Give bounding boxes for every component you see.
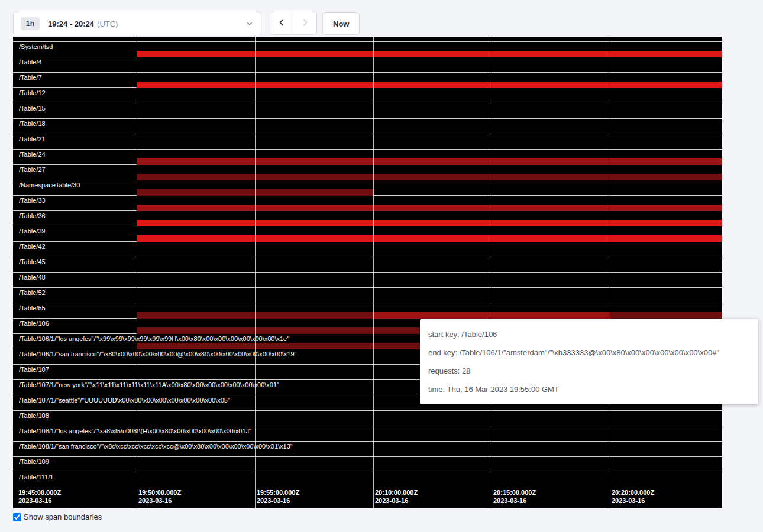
chevron-down-icon — [245, 20, 254, 28]
heat-cell[interactable] — [610, 174, 722, 180]
span-label: /Table/33 — [19, 197, 46, 204]
x-axis-label: 19:55:00.000Z 2023-03-16 — [257, 488, 299, 505]
heat-cell[interactable] — [255, 312, 373, 319]
span-label: /Table/39 — [19, 228, 46, 235]
span-label: /Table/108/1/"los angeles"/"\xa8\xf5\u00… — [19, 427, 251, 434]
time-range-selector[interactable]: 1h 19:24 - 20:24 (UTC) — [13, 12, 261, 35]
span-label: /Table/4 — [19, 59, 42, 66]
previous-interval-button[interactable] — [270, 12, 293, 35]
span-row: /NamespaceTable/30 — [13, 180, 722, 195]
span-label: /Table/107/1/"seattle"/"UUUUUUD\x00\x80\… — [19, 397, 230, 404]
key-visualizer-canvas[interactable]: /System/tsd/Table/4/Table/7/Table/12/Tab… — [13, 37, 722, 508]
span-label: /Table/48 — [19, 274, 46, 281]
time-nav-group — [270, 12, 317, 35]
next-interval-button[interactable] — [293, 12, 317, 35]
span-label: /Table/107/1/"new york"/"\x11\x11\x11\x1… — [19, 381, 279, 388]
heat-cell[interactable] — [137, 312, 255, 319]
span-label: /Table/24 — [19, 151, 46, 158]
span-row: /Table/109 — [13, 456, 722, 472]
x-axis-label: 19:50:00.000Z 2023-03-16 — [138, 488, 181, 505]
heat-cell[interactable] — [373, 51, 492, 57]
heat-cell[interactable] — [492, 51, 610, 57]
canvas-options: Show span boundaries — [13, 512, 102, 521]
show-span-boundaries-checkbox[interactable] — [13, 513, 21, 521]
heat-cell[interactable] — [492, 220, 610, 226]
span-row: /Table/21 — [13, 134, 722, 149]
heat-cell[interactable] — [137, 51, 255, 57]
heat-cell[interactable] — [492, 174, 610, 180]
heat-cell[interactable] — [255, 205, 373, 211]
heat-cell[interactable] — [255, 220, 373, 226]
heat-cell[interactable] — [610, 235, 722, 242]
heat-cell[interactable] — [255, 343, 373, 349]
heat-cell[interactable] — [373, 312, 492, 319]
span-row: /Table/111/1 — [13, 472, 722, 487]
show-span-boundaries-label: Show span boundaries — [24, 512, 102, 521]
heat-cell[interactable] — [137, 189, 255, 196]
heat-cell[interactable] — [610, 158, 722, 165]
heat-cell[interactable] — [492, 205, 610, 211]
span-row: /Table/42 — [13, 241, 722, 257]
heat-cell[interactable] — [137, 82, 255, 88]
x-axis-label: 20:20:00.000Z 2023-03-16 — [612, 488, 654, 505]
span-label: /Table/108 — [19, 412, 49, 419]
heat-cell[interactable] — [255, 82, 373, 88]
span-row: /Table/33 — [13, 195, 722, 210]
span-label: /System/tsd — [19, 43, 53, 50]
chevron-right-icon — [300, 18, 310, 29]
heat-cell[interactable] — [373, 158, 492, 165]
heat-cell[interactable] — [373, 82, 492, 88]
heat-cell[interactable] — [492, 312, 610, 319]
tooltip-line: start key: /Table/106 — [428, 325, 750, 343]
span-row: /System/tsd — [13, 41, 722, 57]
heat-cell[interactable] — [610, 205, 722, 211]
heat-cell[interactable] — [255, 174, 373, 180]
heat-cell[interactable] — [492, 158, 610, 165]
time-gridline — [610, 37, 610, 508]
span-label: /Table/45 — [19, 258, 46, 265]
heat-cell[interactable] — [255, 189, 373, 196]
span-label: /Table/15 — [19, 105, 46, 112]
heat-cell[interactable] — [373, 220, 492, 226]
span-label: /Table/107 — [19, 366, 49, 373]
timezone-label: (UTC) — [97, 20, 118, 28]
heat-cell[interactable] — [373, 174, 492, 180]
duration-badge: 1h — [21, 17, 40, 30]
heat-cell[interactable] — [137, 327, 255, 334]
heat-cell[interactable] — [137, 220, 255, 226]
heat-cell[interactable] — [610, 82, 722, 88]
heat-cell[interactable] — [137, 343, 255, 349]
heat-cell[interactable] — [373, 235, 492, 242]
bucket-tooltip: start key: /Table/106end key: /Table/106… — [420, 319, 758, 404]
now-button[interactable]: Now — [322, 12, 360, 35]
heat-cell[interactable] — [137, 158, 255, 165]
heat-cell[interactable] — [255, 327, 373, 334]
time-range-label: 19:24 - 20:24 — [48, 20, 94, 28]
chevron-left-icon — [277, 18, 286, 29]
heat-cell[interactable] — [255, 235, 373, 242]
span-label: /Table/108/1/"san francisco"/"\x8c\xcc\x… — [19, 443, 293, 450]
span-row: /Table/48 — [13, 272, 722, 287]
heat-cell[interactable] — [610, 220, 722, 226]
span-row: /Table/24 — [13, 149, 722, 164]
tooltip-line: requests: 28 — [428, 362, 750, 380]
span-label: /Table/27 — [19, 166, 46, 173]
span-row: /Table/27 — [13, 164, 722, 180]
span-row: /Table/108/1/"los angeles"/"\xa8\xf5\u00… — [13, 426, 722, 441]
span-label: /Table/55 — [19, 304, 46, 312]
heat-cell[interactable] — [255, 51, 373, 57]
heat-cell[interactable] — [492, 82, 610, 88]
heat-cell[interactable] — [610, 51, 722, 57]
heat-cell[interactable] — [137, 235, 255, 242]
time-gridline — [492, 37, 492, 508]
heat-cell[interactable] — [492, 235, 610, 242]
heat-cell[interactable] — [137, 174, 255, 180]
span-row: /Table/12 — [13, 87, 722, 103]
heat-cell[interactable] — [610, 312, 722, 319]
span-row: /Table/55 — [13, 303, 722, 318]
heat-cell[interactable] — [255, 158, 373, 165]
heat-cell[interactable] — [373, 205, 492, 211]
span-row: /Table/52 — [13, 287, 722, 303]
x-axis-label: 19:45:00.000Z 2023-03-16 — [18, 488, 61, 505]
heat-cell[interactable] — [137, 205, 255, 211]
